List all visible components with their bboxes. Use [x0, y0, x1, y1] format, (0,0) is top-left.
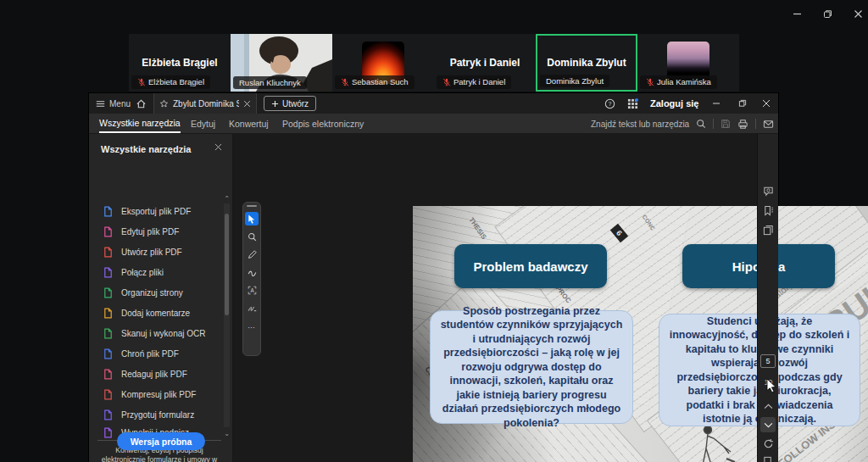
next-page-button[interactable]	[760, 417, 776, 432]
apps-grid-button[interactable]	[627, 93, 638, 114]
mic-off-icon	[341, 78, 349, 86]
chevron-up-icon	[764, 404, 773, 409]
current-page-input[interactable]: 5	[760, 354, 776, 368]
tool-scan-ocr[interactable]: Skanuj i wykonaj OCR	[89, 323, 221, 343]
magnifier-icon	[248, 232, 257, 242]
close-icon	[214, 143, 222, 151]
tool-compress-pdf[interactable]: Kompresuj plik PDF	[89, 384, 221, 404]
participant-tile-patryk-daniel[interactable]: Patryk i Daniel Patryk i Daniel	[434, 34, 536, 92]
bookmark-icon	[763, 205, 774, 216]
comments-panel-button[interactable]	[760, 183, 776, 198]
drag-handle[interactable]	[247, 205, 257, 207]
more-tools-button[interactable]: …	[245, 319, 259, 332]
mic-off-icon	[137, 78, 146, 86]
page-display-button[interactable]	[760, 454, 776, 462]
close-icon	[854, 9, 863, 19]
export-pdf-icon	[103, 206, 114, 217]
tool-edit-pdf[interactable]: Edytuj plik PDF	[89, 221, 221, 242]
search-icon[interactable]	[696, 119, 706, 129]
comment-icon	[763, 186, 774, 197]
tab-close-icon[interactable]	[243, 100, 251, 108]
menu-button[interactable]: Menu	[96, 93, 131, 114]
text-box-icon: A	[248, 286, 257, 295]
app-maximize-button[interactable]	[815, 5, 840, 22]
select-tool-button[interactable]	[245, 212, 259, 225]
acrobat-titlebar: Menu Zbylut Dominika SK... Utwórz ? Zalo…	[89, 93, 778, 114]
mic-off-icon	[646, 78, 654, 86]
draw-free-button[interactable]	[245, 265, 259, 279]
help-icon: ?	[604, 98, 615, 109]
tab-convert[interactable]: Konwertuj	[229, 114, 269, 133]
app-close-button[interactable]	[845, 5, 868, 22]
tab-edit[interactable]: Edytuj	[191, 114, 215, 133]
tool-combine-files[interactable]: Połącz pliki	[89, 262, 221, 282]
tool-redact-pdf[interactable]: Redaguj plik PDF	[89, 364, 221, 384]
help-button[interactable]: ?	[604, 93, 615, 114]
share-mail-icon[interactable]	[763, 119, 774, 130]
acrobat-toolbar: Wszystkie narzędzia Edytuj Konwertuj Pod…	[89, 114, 778, 134]
create-button[interactable]: Utwórz	[264, 96, 316, 111]
page-with-pen-icon	[763, 456, 774, 462]
participant-label: Elżbieta Brągiel	[131, 75, 210, 89]
sign-tool-button[interactable]	[245, 301, 259, 314]
rotate-page-button[interactable]	[760, 436, 776, 451]
search-label[interactable]: Znajdź tekst lub narzędzia	[591, 120, 689, 129]
window-close-button[interactable]	[762, 93, 771, 114]
participant-tile-julia[interactable]: Julia Kamińska	[637, 34, 739, 92]
add-comments-icon	[103, 308, 114, 319]
panel-close-button[interactable]	[214, 143, 222, 151]
participant-name: Elżbieta Brągiel	[129, 57, 231, 69]
create-pdf-icon	[103, 247, 114, 258]
app-minimize-button[interactable]	[784, 5, 810, 22]
tab-esign[interactable]: Podpis elektroniczny	[282, 114, 364, 133]
participant-tile-elzbieta[interactable]: Elżbieta Brągiel Elżbieta Brągiel	[129, 34, 231, 92]
divider	[755, 119, 756, 129]
print-icon[interactable]	[737, 119, 748, 130]
bookmarks-panel-button[interactable]	[760, 203, 776, 218]
organize-pages-icon	[103, 287, 114, 298]
window-minimize-button[interactable]	[712, 93, 721, 114]
plus-icon	[271, 100, 279, 108]
participant-label: Dominika Zbylut	[540, 75, 609, 88]
page-thumbnails-button[interactable]	[760, 222, 776, 237]
panel-scrollbar[interactable]	[224, 203, 230, 427]
quick-tools-bar: A …	[242, 202, 261, 356]
panel-scroll-down[interactable]: ⌄	[223, 430, 231, 437]
waffle-grid-icon	[627, 98, 638, 109]
signature-icon	[248, 303, 257, 313]
sign-in-button[interactable]: Zaloguj się	[650, 93, 698, 114]
toolbar-right-group: Znajdź tekst lub narzędzia	[591, 114, 774, 134]
edit-pdf-icon	[103, 226, 114, 237]
restore-icon	[738, 99, 747, 108]
squiggle-icon	[248, 268, 257, 277]
tool-add-comments[interactable]: Dodaj komentarze	[89, 303, 221, 323]
panel-scroll-up[interactable]: ⌃	[223, 195, 231, 203]
home-button[interactable]	[136, 93, 147, 114]
zoom-tool-button[interactable]	[245, 230, 259, 243]
tool-organize-pages[interactable]: Organizuj strony	[89, 282, 221, 303]
annotate-pen-button[interactable]	[245, 248, 259, 261]
tool-prepare-form[interactable]: Przygotuj formularz	[89, 404, 221, 425]
fill-sign-icon	[103, 427, 114, 438]
combine-files-icon	[103, 267, 114, 278]
add-text-button[interactable]: A	[245, 283, 259, 297]
scan-ocr-icon	[103, 328, 114, 339]
tab-all-tools[interactable]: Wszystkie narzędzia	[99, 114, 181, 133]
participant-tile-sebastian[interactable]: Sebastian Such	[332, 34, 434, 92]
save-icon[interactable]	[721, 119, 731, 129]
tool-protect-pdf[interactable]: Chroń plik PDF	[89, 343, 221, 364]
star-icon	[159, 99, 169, 109]
trial-button[interactable]: Wersja próbna	[117, 432, 205, 450]
participant-tile-dominika-active-speaker[interactable]: Dominika Zbylut Dominika Zbylut	[536, 34, 637, 92]
scroll-thumb[interactable]	[225, 214, 229, 315]
participant-name: Dominika Zbylut	[537, 57, 636, 69]
right-rail: 5 19	[757, 134, 778, 462]
document-tab[interactable]: Zbylut Dominika SK...	[153, 93, 257, 114]
previous-page-button[interactable]	[760, 398, 776, 414]
svg-text:?: ?	[609, 100, 612, 106]
pencil-icon	[248, 250, 257, 259]
tool-create-pdf[interactable]: Utwórz plik PDF	[89, 242, 221, 262]
tool-export-pdf[interactable]: Eksportuj plik PDF	[89, 201, 221, 221]
participant-tile-ruslan[interactable]: Ruslan Kliuchnyk	[231, 34, 332, 92]
window-restore-button[interactable]	[738, 93, 747, 114]
